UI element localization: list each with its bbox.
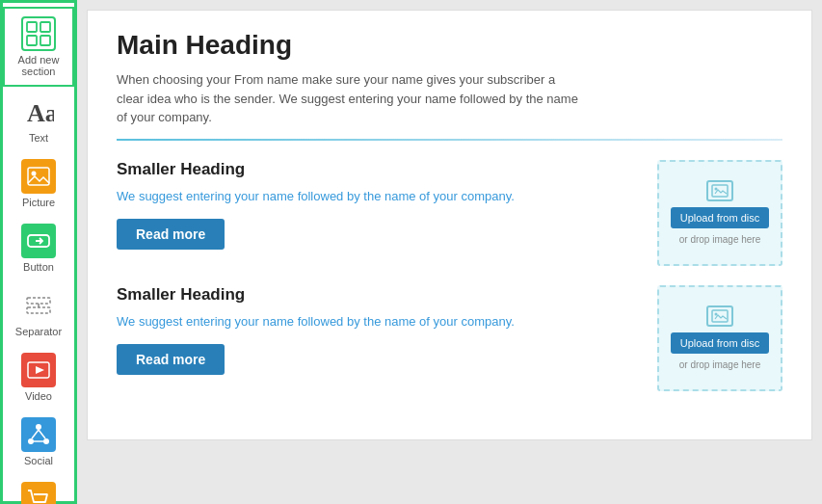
section-description-2: We suggest entering your name followed b… bbox=[117, 312, 643, 332]
smaller-heading-2: Smaller Heading bbox=[117, 285, 643, 305]
svg-rect-3 bbox=[40, 36, 50, 45]
sidebar-item-label: Social bbox=[24, 455, 53, 466]
section-row-1: Smaller Heading We suggest entering your… bbox=[117, 160, 782, 266]
svg-point-14 bbox=[36, 424, 41, 430]
section-row-2: Smaller Heading We suggest entering your… bbox=[117, 285, 782, 391]
svg-rect-10 bbox=[27, 307, 50, 313]
svg-rect-0 bbox=[27, 22, 37, 32]
sidebar-item-label: Button bbox=[23, 261, 54, 273]
upload-icon-2 bbox=[706, 305, 733, 327]
video-icon bbox=[21, 353, 56, 387]
sidebar-item-label: Add new section bbox=[9, 54, 68, 77]
svg-text:Aa: Aa bbox=[27, 99, 54, 127]
text-icon: Aa bbox=[21, 94, 56, 129]
svg-point-15 bbox=[28, 438, 34, 444]
sidebar-item-label: Video bbox=[25, 390, 52, 402]
svg-rect-5 bbox=[28, 168, 49, 185]
svg-point-23 bbox=[715, 188, 718, 191]
sidebar-item-social[interactable]: Social bbox=[3, 410, 74, 474]
main-heading: Main Heading bbox=[117, 30, 782, 61]
sidebar: Add new section Aa Text Picture bbox=[0, 0, 77, 504]
sidebar-item-picture[interactable]: Picture bbox=[3, 151, 74, 216]
svg-line-18 bbox=[39, 430, 45, 438]
upload-from-disc-button-1[interactable]: Upload from disc bbox=[671, 207, 770, 228]
svg-marker-13 bbox=[36, 366, 44, 374]
sidebar-item-label: Picture bbox=[22, 197, 55, 208]
read-more-button-1[interactable]: Read more bbox=[117, 219, 225, 250]
svg-rect-22 bbox=[712, 185, 728, 197]
svg-rect-24 bbox=[712, 310, 728, 322]
smaller-heading-1: Smaller Heading bbox=[117, 160, 643, 179]
svg-rect-2 bbox=[27, 36, 37, 45]
upload-box-1: Upload from disc or drop image here bbox=[657, 160, 782, 266]
drop-text-2: or drop image here bbox=[679, 359, 761, 370]
section-text-1: Smaller Heading We suggest entering your… bbox=[117, 160, 643, 266]
sidebar-item-video[interactable]: Video bbox=[3, 345, 74, 410]
section-description-1: We suggest entering your name followed b… bbox=[117, 187, 643, 206]
picture-icon bbox=[21, 159, 56, 194]
sidebar-item-label: Text bbox=[29, 132, 48, 144]
sidebar-item-text[interactable]: Aa Text bbox=[3, 87, 74, 151]
sidebar-item-checkout[interactable]: Checkout bbox=[3, 474, 74, 504]
svg-rect-9 bbox=[27, 298, 50, 304]
social-icon bbox=[21, 417, 56, 452]
upload-icon-1 bbox=[706, 180, 733, 201]
main-content: Main Heading When choosing your From nam… bbox=[77, 0, 822, 504]
svg-point-6 bbox=[32, 172, 37, 176]
checkout-icon bbox=[21, 482, 56, 504]
add-new-section-icon bbox=[21, 16, 56, 51]
sidebar-item-button[interactable]: Button bbox=[3, 216, 74, 280]
content-card: Main Heading When choosing your From nam… bbox=[87, 10, 812, 440]
divider-line bbox=[117, 139, 782, 141]
svg-line-17 bbox=[32, 430, 39, 438]
sidebar-item-separator[interactable]: Separator bbox=[3, 280, 74, 345]
sidebar-item-label: Separator bbox=[15, 326, 62, 337]
main-description: When choosing your From name make sure y… bbox=[117, 70, 579, 127]
svg-point-16 bbox=[43, 438, 49, 444]
button-icon bbox=[21, 224, 56, 258]
separator-icon bbox=[21, 288, 56, 323]
svg-point-25 bbox=[715, 313, 718, 316]
upload-box-2: Upload from disc or drop image here bbox=[657, 285, 782, 391]
upload-from-disc-button-2[interactable]: Upload from disc bbox=[671, 332, 770, 354]
svg-rect-1 bbox=[40, 22, 50, 32]
read-more-button-2[interactable]: Read more bbox=[117, 344, 225, 375]
drop-text-1: or drop image here bbox=[679, 234, 761, 245]
section-text-2: Smaller Heading We suggest entering your… bbox=[117, 285, 643, 391]
sidebar-item-add-new-section[interactable]: Add new section bbox=[3, 7, 74, 87]
